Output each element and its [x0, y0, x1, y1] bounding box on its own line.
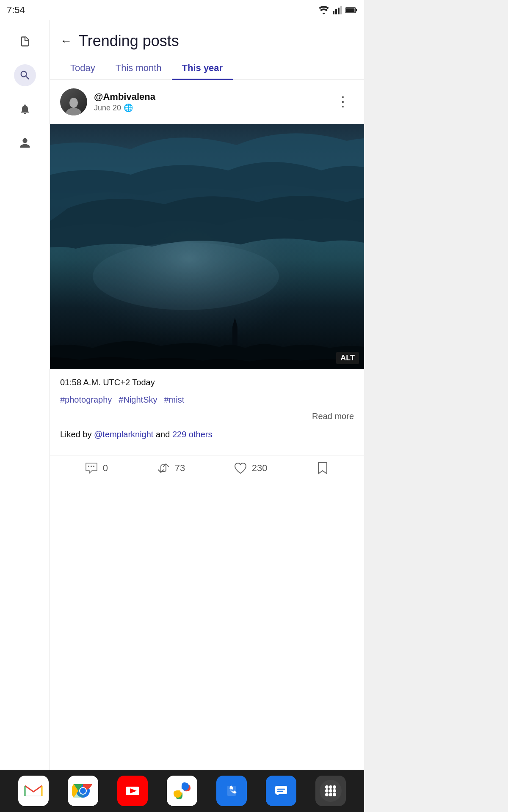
sidebar-item-profile[interactable]: [14, 132, 36, 154]
svg-point-8: [66, 108, 81, 115]
svg-rect-1: [335, 9, 337, 14]
svg-point-41: [329, 793, 332, 796]
sidebar-item-document[interactable]: [14, 30, 36, 52]
chrome-logo: [72, 780, 94, 802]
read-more-button[interactable]: Read more: [312, 411, 354, 421]
page-header: ← Trending posts: [50, 20, 364, 57]
liked-by-count[interactable]: 229 others: [172, 430, 213, 439]
svg-rect-6: [346, 8, 355, 12]
svg-rect-29: [275, 786, 287, 794]
post-container: @Ambivalena June 20 🌐 ⋮: [50, 80, 364, 812]
repost-action[interactable]: 73: [156, 461, 185, 475]
post-tags: #photography #NightSky #mist: [60, 395, 354, 405]
tabs: Today This month This year: [50, 57, 364, 80]
app-layout: ← Trending posts Today This month This y…: [0, 20, 364, 812]
heart-icon: [233, 461, 248, 475]
gmail-logo: [23, 782, 44, 799]
back-button[interactable]: ←: [60, 35, 72, 47]
svg-point-42: [333, 793, 336, 796]
liked-by: Liked by @templarknight and 229 others: [60, 430, 354, 439]
svg-point-40: [325, 793, 329, 796]
bottom-dock: [0, 770, 364, 812]
like-count: 230: [252, 463, 268, 474]
comment-icon: [84, 461, 99, 475]
post-tag-photography[interactable]: #photography: [60, 395, 112, 405]
sidebar: [0, 20, 50, 812]
post-header: @Ambivalena June 20 🌐 ⋮: [50, 80, 364, 124]
alt-badge[interactable]: ALT: [336, 352, 359, 364]
post-tag-nightsky[interactable]: #NightSky: [119, 395, 157, 405]
page-title: Trending posts: [79, 32, 179, 50]
avatar[interactable]: [60, 88, 87, 115]
svg-rect-5: [356, 9, 357, 11]
wifi-icon: [318, 6, 329, 14]
svg-point-11: [93, 242, 279, 310]
document-icon: [19, 36, 31, 47]
sidebar-item-notifications[interactable]: [14, 98, 36, 120]
post-meta: @Ambivalena June 20 🌐: [94, 91, 155, 112]
read-more-section: Read more: [60, 411, 354, 421]
svg-point-36: [333, 785, 336, 789]
signal-icon: [333, 6, 342, 14]
avatar-silhouette: [65, 97, 82, 115]
main-content: ← Trending posts Today This month This y…: [50, 20, 364, 812]
status-time: 7:54: [7, 5, 25, 16]
dock-phone[interactable]: [216, 776, 247, 806]
dock-gmail[interactable]: [18, 776, 49, 806]
svg-point-34: [325, 785, 329, 789]
dock-pinwheel[interactable]: [167, 776, 197, 806]
more-options-button[interactable]: ⋮: [333, 95, 354, 109]
liked-by-user[interactable]: @templarknight: [94, 430, 153, 439]
svg-point-38: [329, 789, 332, 793]
pinwheel-logo: [171, 780, 193, 802]
svg-point-26: [180, 789, 184, 793]
svg-rect-15: [91, 466, 92, 467]
svg-rect-0: [333, 11, 334, 14]
messages-logo: [270, 780, 292, 802]
post-date-text: June 20: [94, 104, 121, 112]
post-user: @Ambivalena June 20 🌐: [60, 88, 155, 115]
comment-count: 0: [103, 463, 108, 474]
globe-icon: 🌐: [124, 103, 133, 112]
bell-icon: [19, 103, 31, 115]
battery-icon: [345, 7, 357, 14]
dock-youtube[interactable]: [117, 776, 148, 806]
bookmark-action[interactable]: [315, 461, 330, 475]
repost-count: 73: [175, 463, 185, 474]
status-icons: [318, 6, 357, 14]
svg-point-35: [329, 785, 332, 789]
svg-rect-3: [340, 6, 342, 14]
svg-point-7: [69, 98, 78, 108]
svg-point-37: [325, 789, 329, 793]
post-actions: 0 73: [50, 455, 364, 486]
post-date: June 20 🌐: [94, 103, 155, 112]
post-timestamp: 01:58 A.M. UTC+2 Today: [60, 378, 354, 387]
post-body: 01:58 A.M. UTC+2 Today #photography #Nig…: [50, 369, 364, 455]
post-tag-mist[interactable]: #mist: [164, 395, 184, 405]
svg-point-21: [80, 788, 86, 794]
dock-apps[interactable]: [315, 776, 346, 806]
svg-rect-2: [338, 8, 340, 14]
apps-logo: [320, 780, 342, 802]
sidebar-item-search[interactable]: [14, 64, 36, 86]
post-image: ALT: [50, 124, 364, 369]
svg-rect-16: [93, 466, 94, 467]
status-bar: 7:54: [0, 0, 364, 20]
like-action[interactable]: 230: [233, 461, 268, 475]
svg-point-39: [333, 789, 336, 793]
comment-action[interactable]: 0: [84, 461, 108, 475]
search-icon: [19, 69, 31, 81]
post-username[interactable]: @Ambivalena: [94, 91, 155, 102]
youtube-logo: [121, 780, 144, 802]
tab-this-year[interactable]: This year: [172, 57, 233, 80]
dock-messages[interactable]: [266, 776, 296, 806]
bookmark-icon: [315, 461, 330, 475]
svg-rect-14: [88, 466, 89, 467]
tab-this-month[interactable]: This month: [105, 57, 172, 80]
avatar-image: [60, 88, 87, 115]
user-icon: [19, 137, 31, 149]
post-image-clouds: [50, 124, 364, 369]
tab-today[interactable]: Today: [60, 57, 105, 80]
dock-chrome[interactable]: [68, 776, 98, 806]
repost-icon: [156, 461, 171, 475]
